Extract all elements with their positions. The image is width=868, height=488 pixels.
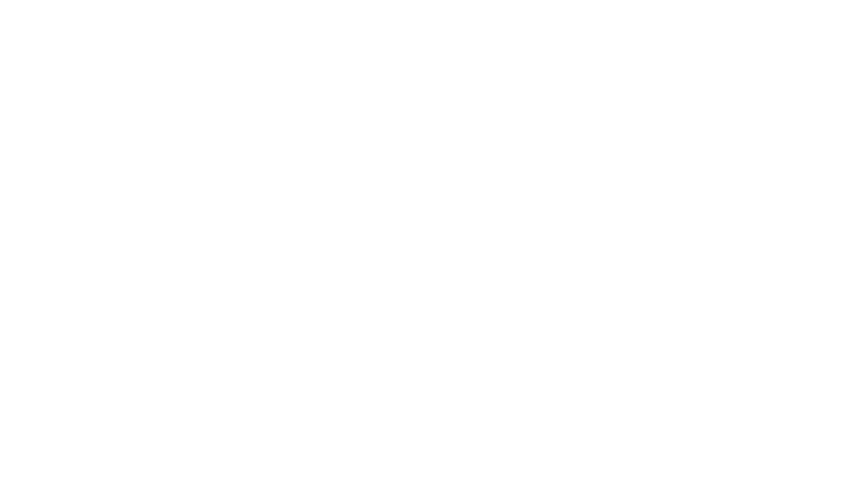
flowchart-container — [0, 0, 868, 488]
arrows-svg — [0, 0, 868, 488]
